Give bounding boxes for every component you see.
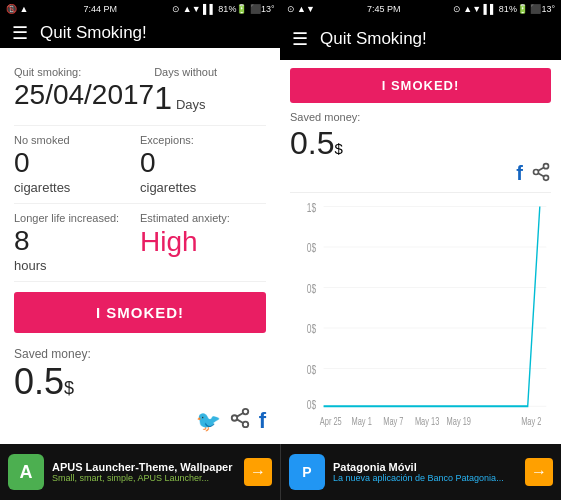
svg-point-7 xyxy=(544,175,549,180)
right-smoked-button[interactable]: I SMOKED! xyxy=(290,68,551,103)
chart-area: 1$ 0$ 0$ 0$ 0$ 0$ Apr 25 xyxy=(290,192,551,436)
right-social-icons: f xyxy=(290,162,551,186)
days-unit: Days xyxy=(176,97,206,112)
svg-line-3 xyxy=(237,419,243,423)
svg-point-2 xyxy=(242,422,248,428)
ad-text-patagonia: Patagonia Móvil La nueva aplicación de B… xyxy=(333,461,517,483)
y-label-1: 1$ xyxy=(307,201,316,214)
longer-life-label: Longer life increased: xyxy=(14,212,140,224)
days-without-label: Days without xyxy=(154,66,266,78)
ad-subtitle-apus: Small, smart, simple, APUS Launcher... xyxy=(52,473,236,483)
y-label-6: 0$ xyxy=(307,399,316,412)
left-panel: ☰ Quit Smoking! Quit smoking: 25/04/2017… xyxy=(0,18,280,444)
no-smoked-unit: cigarettes xyxy=(14,180,140,195)
right-content: I SMOKED! Saved money: 0.5$ f xyxy=(280,60,561,444)
info-row-quit: Quit smoking: 25/04/2017 Days without 1D… xyxy=(14,58,266,126)
facebook-square-icon[interactable]: f xyxy=(259,408,266,434)
left-saved-money: Saved money: 0.5$ 🐦 f xyxy=(14,347,266,434)
svg-point-0 xyxy=(242,409,248,415)
exceptions-label: Excepions: xyxy=(140,134,266,146)
ad-item-apus[interactable]: A APUS Launcher-Theme, Wallpaper Small, … xyxy=(0,444,281,500)
right-saved-label: Saved money: xyxy=(290,111,551,123)
right-toolbar: ☰ Quit Smoking! xyxy=(280,18,561,60)
x-label-may19: May 19 xyxy=(447,416,471,428)
share-icon[interactable] xyxy=(229,407,251,434)
ad-icon-patagonia: P xyxy=(289,454,325,490)
svg-line-4 xyxy=(237,413,243,417)
no-smoked-label: No smoked xyxy=(14,134,140,146)
no-smoked-value: 0 xyxy=(14,148,140,179)
ad-text-apus: APUS Launcher-Theme, Wallpaper Small, sm… xyxy=(52,461,236,483)
longer-life-unit: hours xyxy=(14,258,140,273)
left-toolbar-title: Quit Smoking! xyxy=(40,23,147,43)
left-menu-icon[interactable]: ☰ xyxy=(12,22,28,44)
status-bars: 📵 ▲ 7:44 PM ⊙ ▲▼ ▌▌ 81%🔋 ⬛13° ⊙ ▲▼ 7:45 … xyxy=(0,0,561,18)
right-saved-value: 0.5 xyxy=(290,125,334,161)
info-row-smoked: No smoked 0 cigarettes Excepions: 0 ciga… xyxy=(14,126,266,204)
right-menu-icon[interactable]: ☰ xyxy=(292,28,308,50)
left-status-right: ⊙ ▲▼ ▌▌ 81%🔋 ⬛13° xyxy=(172,4,274,14)
right-status-left: ⊙ ▲▼ xyxy=(287,4,315,14)
ad-item-patagonia[interactable]: P Patagonia Móvil La nueva aplicación de… xyxy=(281,444,561,500)
right-status-right: ⊙ ▲▼ ▌▌ 81%🔋 ⬛13° xyxy=(453,4,555,14)
ad-subtitle-patagonia: La nueva aplicación de Banco Patagonia..… xyxy=(333,473,517,483)
anxiety-cell: Estimated anxiety: High xyxy=(140,212,266,273)
anxiety-value: High xyxy=(140,226,266,258)
ad-arrow-patagonia[interactable]: → xyxy=(525,458,553,486)
x-label-may2: May 2 xyxy=(521,416,541,428)
ad-bar: A APUS Launcher-Theme, Wallpaper Small, … xyxy=(0,444,561,500)
info-row-life: Longer life increased: 8 hours Estimated… xyxy=(14,204,266,282)
left-status-bar: 📵 ▲ 7:44 PM ⊙ ▲▼ ▌▌ 81%🔋 ⬛13° xyxy=(0,0,281,18)
longer-life-cell: Longer life increased: 8 hours xyxy=(14,212,140,273)
no-smoked-cell: No smoked 0 cigarettes xyxy=(14,134,140,195)
x-label-apr25: Apr 25 xyxy=(320,416,342,428)
days-without-value: 1 xyxy=(154,80,172,116)
anxiety-label: Estimated anxiety: xyxy=(140,212,266,224)
x-label-may13: May 13 xyxy=(415,416,439,428)
left-saved-label: Saved money: xyxy=(14,347,266,361)
svg-line-9 xyxy=(538,167,544,170)
facebook-icon[interactable]: 🐦 xyxy=(196,409,221,433)
svg-point-1 xyxy=(231,415,237,421)
left-status-time: 7:44 PM xyxy=(84,4,118,14)
svg-point-6 xyxy=(534,170,539,175)
y-label-5: 0$ xyxy=(307,363,316,376)
left-toolbar: ☰ Quit Smoking! xyxy=(0,18,280,48)
main-area: ☰ Quit Smoking! Quit smoking: 25/04/2017… xyxy=(0,18,561,444)
ad-icon-apus: A xyxy=(8,454,44,490)
right-status-time: 7:45 PM xyxy=(367,4,401,14)
right-facebook-icon[interactable]: f xyxy=(516,162,523,186)
ad-arrow-apus[interactable]: → xyxy=(244,458,272,486)
right-panel: ☰ Quit Smoking! I SMOKED! Saved money: 0… xyxy=(280,18,561,444)
quit-smoking-date: 25/04/2017 xyxy=(14,80,154,111)
right-toolbar-title: Quit Smoking! xyxy=(320,29,427,49)
chart-svg: 1$ 0$ 0$ 0$ 0$ 0$ Apr 25 xyxy=(290,193,551,436)
left-saved-value: 0.5 xyxy=(14,361,64,402)
right-saved-value-row: 0.5$ xyxy=(290,125,551,162)
left-status-left: 📵 ▲ xyxy=(6,4,28,14)
left-smoked-button[interactable]: I SMOKED! xyxy=(14,292,266,333)
right-saved-currency: $ xyxy=(334,140,342,157)
left-saved-currency: $ xyxy=(64,378,74,398)
quit-smoking-cell: Quit smoking: 25/04/2017 xyxy=(14,66,154,117)
exceptions-value: 0 xyxy=(140,148,266,179)
right-status-bar: ⊙ ▲▼ 7:45 PM ⊙ ▲▼ ▌▌ 81%🔋 ⬛13° xyxy=(281,0,562,18)
x-label-may7: May 7 xyxy=(383,416,403,428)
quit-smoking-label: Quit smoking: xyxy=(14,66,154,78)
x-label-may1: May 1 xyxy=(352,416,372,428)
days-without-cell: Days without 1Days xyxy=(154,66,266,117)
exceptions-unit: cigarettes xyxy=(140,180,266,195)
left-content: Quit smoking: 25/04/2017 Days without 1D… xyxy=(0,48,280,444)
chart-line xyxy=(324,207,540,407)
y-label-3: 0$ xyxy=(307,282,316,295)
svg-point-5 xyxy=(544,164,549,169)
exceptions-cell: Excepions: 0 cigarettes xyxy=(140,134,266,195)
left-social-icons: 🐦 f xyxy=(14,407,266,434)
ad-title-apus: APUS Launcher-Theme, Wallpaper xyxy=(52,461,236,473)
y-label-4: 0$ xyxy=(307,323,316,336)
ad-title-patagonia: Patagonia Móvil xyxy=(333,461,517,473)
left-saved-value-row: 0.5$ xyxy=(14,361,266,403)
longer-life-value: 8 xyxy=(14,226,140,257)
svg-line-8 xyxy=(538,173,544,176)
right-share-icon[interactable] xyxy=(531,162,551,186)
